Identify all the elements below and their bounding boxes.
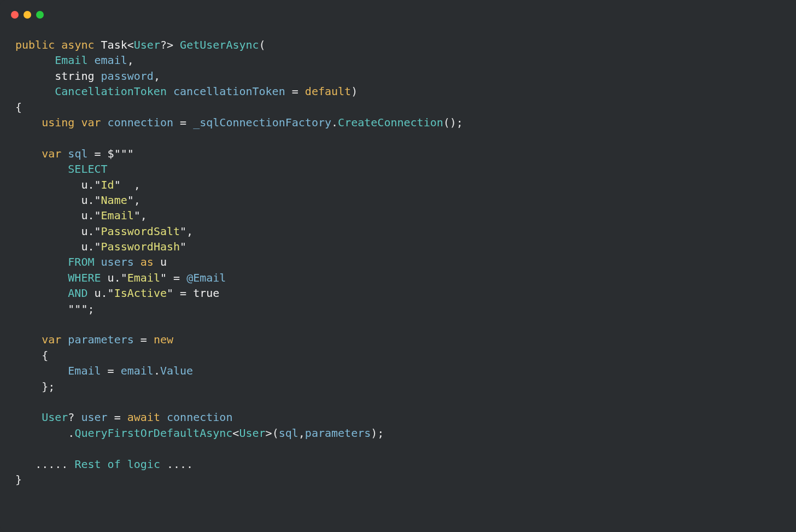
method-name: GetUserAsync xyxy=(180,38,259,51)
method-create-connection: CreateConnection xyxy=(338,116,443,129)
email-value-prop: Value xyxy=(160,364,193,377)
arg-sql: sql xyxy=(279,426,298,440)
sql-col-email: Email xyxy=(101,209,134,222)
window-titlebar xyxy=(0,0,796,26)
param-email: email xyxy=(95,54,127,67)
ellipsis: ..... xyxy=(35,458,68,471)
type-user: User xyxy=(42,411,68,424)
email-ref: email xyxy=(121,364,154,377)
ellipsis: .... xyxy=(167,458,193,471)
minimize-icon[interactable] xyxy=(24,11,31,19)
param-type-string: string xyxy=(55,69,94,83)
sql-where: WHERE xyxy=(68,271,101,284)
arg-parameters: parameters xyxy=(305,426,371,440)
type-user: User xyxy=(134,38,160,51)
keyword-public: public xyxy=(15,38,55,51)
keyword-var: var xyxy=(42,147,61,160)
close-icon[interactable] xyxy=(11,11,19,19)
sql-from: FROM xyxy=(68,255,94,268)
sql-table: users xyxy=(101,255,134,268)
keyword-async: async xyxy=(61,38,94,51)
param-type-token: CancellationToken xyxy=(55,85,167,98)
brace-open: { xyxy=(42,349,48,362)
string-delim-close: """ xyxy=(68,302,87,315)
sql-col-salt: PasswordSalt xyxy=(101,225,180,238)
keyword-var: var xyxy=(42,333,61,346)
brace-close: } xyxy=(15,473,22,486)
sql-param-email: @Email xyxy=(186,271,226,284)
var-user: user xyxy=(81,411,107,424)
sql-as: as xyxy=(141,255,154,268)
rest-of-logic: Rest of logic xyxy=(74,458,160,471)
brace-open: { xyxy=(15,101,22,114)
keyword-using: using xyxy=(42,116,74,129)
type-task: Task xyxy=(101,38,127,51)
sql-select: SELECT xyxy=(68,162,107,176)
anon-prop-email: Email xyxy=(68,364,101,377)
sql-isactive-col: IsActive xyxy=(114,287,167,300)
sql-col-id: Id xyxy=(101,178,114,191)
code-window: public async Task<User?> GetUserAsync( E… xyxy=(0,0,796,532)
sql-col-hash: PasswordHash xyxy=(101,240,180,253)
sql-col-name: Name xyxy=(101,194,127,207)
connection-ref: connection xyxy=(167,411,232,424)
brace-close: }; xyxy=(42,380,55,393)
sql-where-col: Email xyxy=(127,271,160,284)
keyword-new: new xyxy=(154,333,173,346)
param-type-email: Email xyxy=(55,54,87,67)
sql-true: true xyxy=(193,287,219,300)
generic-user: User xyxy=(239,426,265,440)
maximize-icon[interactable] xyxy=(36,11,44,19)
keyword-default: default xyxy=(305,85,351,98)
param-token: cancellationToken xyxy=(173,85,285,98)
string-delim-open: """ xyxy=(114,147,134,160)
method-query-first: QueryFirstOrDefaultAsync xyxy=(74,426,232,440)
factory-field: _sqlConnectionFactory xyxy=(193,116,331,129)
var-sql: sql xyxy=(68,147,87,160)
var-connection: connection xyxy=(108,116,173,129)
keyword-var: var xyxy=(81,116,101,129)
sql-and: AND xyxy=(68,287,87,300)
keyword-await: await xyxy=(127,411,160,424)
code-editor[interactable]: public async Task<User?> GetUserAsync( E… xyxy=(0,26,796,498)
var-parameters: parameters xyxy=(68,333,133,346)
param-password: password xyxy=(101,69,154,83)
